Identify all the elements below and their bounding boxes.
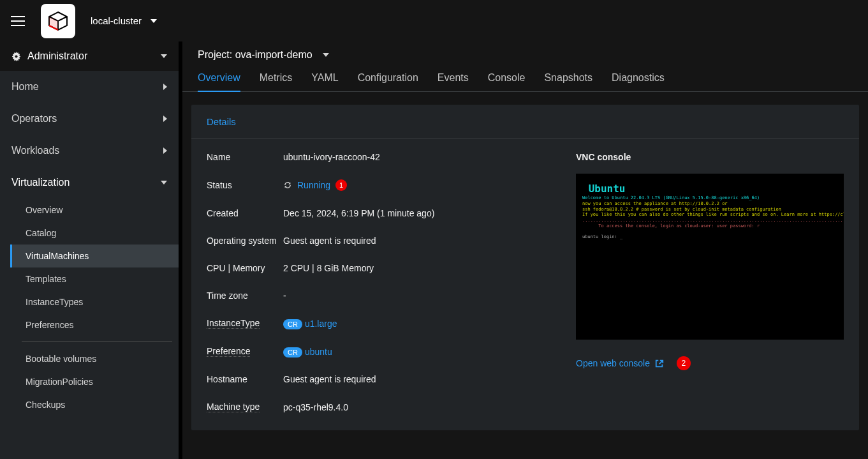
svg-point-1 [15, 55, 17, 57]
nav-virtualization[interactable]: Virtualization [0, 167, 179, 199]
nav-home-label: Home [11, 81, 39, 93]
project-selector[interactable]: Project: ova-import-demo [182, 41, 868, 67]
tab-snapshots[interactable]: Snapshots [544, 67, 592, 91]
subnav-bootable-volumes[interactable]: Bootable volumes [26, 347, 172, 370]
value-name: ubuntu-ivory-raccoon-42 [283, 152, 550, 162]
details-card-header[interactable]: Details [191, 105, 859, 139]
tab-metrics[interactable]: Metrics [260, 67, 293, 91]
vnc-thumbnail[interactable]: Ubuntu Welcome to Ubuntu 22.04.3 LTS (GN… [576, 174, 844, 340]
console-badge: 2 [677, 356, 691, 370]
value-cpumem: 2 CPU | 8 GiB Memory [283, 263, 550, 273]
main-content: Project: ova-import-demo Overview Metric… [179, 41, 868, 459]
value-os: Guest agent is required [283, 236, 550, 246]
value-preference: CRubuntu [283, 347, 550, 357]
label-status: Status [207, 180, 283, 190]
tab-events[interactable]: Events [438, 67, 469, 91]
subnav-templates[interactable]: Templates [26, 267, 172, 290]
value-tz: - [283, 290, 550, 301]
sync-icon [283, 181, 292, 190]
caret-down-icon [323, 53, 329, 57]
chevron-right-icon [163, 147, 167, 154]
chevron-right-icon [163, 84, 167, 90]
nav-home[interactable]: Home [0, 71, 179, 103]
vnc-title: VNC console [576, 152, 844, 162]
nav-workloads[interactable]: Workloads [0, 135, 179, 167]
product-logo[interactable] [41, 4, 75, 38]
chevron-down-icon [161, 54, 167, 58]
label-name: Name [207, 152, 283, 162]
status-link[interactable]: Running [297, 180, 330, 190]
nav-divider [22, 342, 172, 342]
nav-operators-label: Operators [11, 113, 57, 124]
subnav-checkups[interactable]: Checkups [26, 393, 172, 416]
project-label: Project: ova-import-demo [198, 49, 313, 61]
external-link-icon [655, 359, 664, 368]
cluster-name: local-cluster [91, 15, 142, 26]
perspective-label: Administrator [27, 50, 87, 62]
caret-down-icon [151, 19, 157, 23]
chevron-down-icon [161, 181, 167, 184]
details-list: Name ubuntu-ivory-raccoon-42 Status Runn… [207, 152, 550, 412]
cr-badge: CR [283, 319, 302, 329]
value-status: Running 1 [283, 179, 550, 191]
value-created: Dec 15, 2024, 6:19 PM (1 minute ago) [283, 208, 550, 218]
topbar: local-cluster [0, 0, 868, 41]
label-preference: Preference [207, 346, 283, 357]
subnav-migrationpolicies[interactable]: MigrationPolicies [26, 370, 172, 393]
value-hostname: Guest agent is required [283, 374, 550, 384]
label-cpumem: CPU | Memory [207, 263, 283, 273]
label-created: Created [207, 208, 283, 218]
tab-overview[interactable]: Overview [198, 67, 240, 91]
subnav-preferences[interactable]: Preferences [26, 313, 172, 336]
tab-diagnostics[interactable]: Diagnostics [612, 67, 665, 91]
gear-icon [11, 52, 21, 61]
status-badge: 1 [335, 179, 347, 191]
preference-link[interactable]: ubuntu [305, 347, 332, 357]
subnav-instancetypes[interactable]: InstanceTypes [26, 290, 172, 313]
label-machinetype: Machine type [207, 402, 283, 412]
value-instancetype: CRu1.large [283, 319, 550, 329]
cr-badge: CR [283, 347, 302, 357]
label-tz: Time zone [207, 290, 283, 301]
perspective-switcher[interactable]: Administrator [0, 41, 179, 71]
value-machinetype: pc-q35-rhel9.4.0 [283, 402, 550, 412]
tab-yaml[interactable]: YAML [311, 67, 338, 91]
hamburger-icon [11, 16, 25, 26]
cube-icon [48, 11, 68, 31]
label-hostname: Hostname [207, 374, 283, 384]
subnav-overview[interactable]: Overview [26, 199, 172, 222]
nav-virtualization-group: Virtualization Overview Catalog VirtualM… [0, 167, 179, 416]
subnav-catalog[interactable]: Catalog [26, 222, 172, 245]
sidebar: Administrator Home Operators Workloads V… [0, 41, 179, 459]
open-web-console-link[interactable]: Open web console [576, 358, 664, 368]
label-os: Operating system [207, 236, 283, 246]
nav-operators[interactable]: Operators [0, 103, 179, 135]
tab-console[interactable]: Console [488, 67, 526, 91]
nav-workloads-label: Workloads [11, 145, 59, 156]
details-heading: Details [207, 116, 844, 127]
hamburger-menu[interactable] [0, 0, 36, 41]
instancetype-link[interactable]: u1.large [305, 319, 337, 329]
details-card: Details Name ubuntu-ivory-raccoon-42 Sta… [191, 105, 859, 430]
nav-virtualization-label: Virtualization [11, 177, 70, 188]
subnav-virtualmachines[interactable]: VirtualMachines [10, 245, 179, 267]
chevron-right-icon [163, 116, 167, 122]
label-instancetype: InstanceType [207, 318, 283, 329]
cluster-dropdown[interactable]: local-cluster [91, 15, 157, 26]
tab-configuration[interactable]: Configuration [358, 67, 418, 91]
tab-bar: Overview Metrics YAML Configuration Even… [182, 67, 868, 92]
